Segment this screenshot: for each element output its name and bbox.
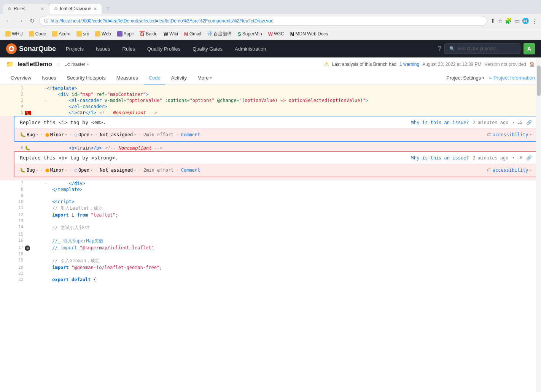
help-icon[interactable]: ? — [438, 45, 441, 52]
nav-quality-profiles[interactable]: Quality Profiles — [145, 45, 183, 53]
profile-icon[interactable]: 🌐 — [522, 18, 529, 24]
vertical-scrollbar[interactable] — [536, 58, 541, 359]
issue-comment-link-1[interactable]: Comment — [181, 132, 200, 137]
issue-comment-link-2[interactable]: Comment — [181, 167, 200, 173]
bookmark-baidu-trans[interactable]: 译 百度翻译 — [206, 30, 233, 38]
nav-projects[interactable]: Projects — [64, 45, 86, 53]
nav-issues[interactable]: Issues — [94, 45, 113, 53]
url-bar[interactable]: ⓘ http://localhost:9000/code?id=leafletD… — [39, 16, 487, 25]
back-button[interactable]: ← — [4, 17, 13, 25]
issue-title-1: Replace this <i> tag by <em>. — [20, 120, 106, 125]
project-name[interactable]: leafletDemo — [18, 61, 52, 68]
bookmark-whu[interactable]: WHU — [4, 30, 24, 37]
line-code-1: <!template> — [47, 85, 541, 91]
issue-accessibility-tag-1[interactable]: accessibility — [493, 132, 528, 137]
tab-leaflet-label: leafletDraw.vue — [60, 6, 91, 11]
menu-icon[interactable]: ⋮ — [531, 18, 537, 24]
bookmark-supermin-label: SuperMIn — [242, 31, 262, 37]
extension-icon[interactable]: 🧩 — [505, 18, 512, 24]
issue-severity-selector-2[interactable]: ● Minor ▾ — [45, 166, 67, 174]
bookmark-code[interactable]: Code — [27, 30, 48, 37]
reload-button[interactable]: ↻ — [28, 16, 36, 25]
new-tab-button[interactable]: + — [102, 2, 113, 14]
sonarqube-logo[interactable]: SonarQube — [6, 43, 56, 54]
line-number-8: 8 — [0, 186, 23, 193]
subnav-issues[interactable]: Issues — [37, 71, 61, 85]
tab-leaflet-close[interactable]: ✕ — [94, 6, 97, 11]
bookmark-acdm[interactable]: Acdm — [51, 30, 72, 37]
tab-rules[interactable]: ⚙ Rules ✕ — [3, 4, 49, 14]
line-dots-15 — [23, 231, 46, 237]
sidebar-icon[interactable]: ▭ — [514, 18, 520, 24]
warning-link[interactable]: 1 warning — [399, 62, 419, 67]
why-issue-link-1[interactable]: Why is this an issue? — [411, 120, 469, 125]
nav-rules[interactable]: Rules — [120, 45, 137, 53]
subnav-activity[interactable]: Activity — [167, 71, 191, 85]
line-number-18: 18 — [0, 251, 23, 257]
bookmark-w3c[interactable]: W W3C — [267, 30, 286, 38]
bookmark-whu-label: WHU — [12, 31, 23, 37]
project-settings-link[interactable]: Project Settings ▾ — [446, 75, 484, 81]
issue-status-selector-1[interactable]: ○ Open ▾ — [75, 132, 93, 137]
bookmark-src[interactable]: src — [75, 30, 91, 37]
why-issue-link-2[interactable]: Why is this an issue? — [411, 155, 469, 161]
project-information-link[interactable]: ≡ Project Information — [489, 75, 535, 81]
line-code-4: </el-cascader> — [47, 104, 541, 110]
line-code-20: import "@geoman-io/leaflet-geoman-free"; — [47, 265, 541, 271]
issue-assignee-selector-1[interactable]: Not assigned ▾ — [100, 132, 136, 137]
forward-button[interactable]: → — [16, 17, 25, 25]
subnav-more[interactable]: More ▾ — [193, 71, 216, 85]
code-viewer[interactable]: 1 … <!template> 2 <div id="map" ref="map… — [0, 85, 541, 359]
search-box[interactable]: 🔍 Search for projects... — [444, 43, 520, 54]
sonarqube-logo-icon — [6, 43, 17, 54]
issue-accessibility-tag-2[interactable]: accessibility — [493, 167, 528, 173]
nav-quality-gates[interactable]: Quality Gates — [190, 45, 225, 53]
bookmark-baidu[interactable]: 百 Baidu — [138, 30, 159, 38]
nav-administration[interactable]: Administration — [232, 45, 268, 53]
issue-severity-selector-1[interactable]: ● Minor ▾ — [45, 131, 67, 138]
home-icon[interactable]: 🏠 — [529, 62, 535, 67]
settings-chevron-icon: ▾ — [482, 76, 484, 80]
bookmark-gmail[interactable]: M Gmail — [183, 30, 203, 38]
table-row: 17 ⊗ // import "@supermap/iclient-leafle… — [0, 245, 541, 251]
project-star-icon[interactable]: ☆ — [56, 61, 61, 67]
browser-toolbar: ← → ↻ ⓘ http://localhost:9000/code?id=le… — [0, 14, 541, 28]
user-avatar[interactable]: A — [523, 43, 535, 54]
separator-1e: · — [176, 132, 178, 137]
warning-text: Last analysis of this Branch had — [332, 62, 396, 67]
scrollbar-thumb[interactable] — [537, 65, 541, 96]
subnav-security-hotspots[interactable]: Security Hotspots — [62, 71, 110, 85]
line-number-5: 5 — [0, 110, 23, 116]
line-code-7: </div> — [47, 180, 541, 186]
issue-link-icon-2[interactable]: 🔗 — [526, 155, 532, 161]
line-code-3: <el-cascader v-model="optionValue" :opti… — [47, 97, 541, 104]
line-code-16: //_ 引入SuperMap失败 — [47, 237, 541, 245]
bookmark-mdn[interactable]: M MDN Web Docs — [289, 30, 330, 38]
share-icon[interactable]: ⬆ — [490, 18, 495, 24]
subnav-measures[interactable]: Measures — [112, 71, 143, 85]
line-dots-19 — [23, 257, 46, 265]
tab-rules-label: Rules — [14, 6, 25, 11]
warning-icon: ⚠ — [324, 61, 329, 68]
star-icon[interactable]: ☆ — [498, 18, 503, 24]
issue-assignee-selector-2[interactable]: Not assigned ▾ — [100, 167, 136, 173]
table-row: 8 </template> — [0, 186, 541, 193]
tab-rules-close[interactable]: ✕ — [41, 6, 44, 11]
tab-leaflet[interactable]: ⚙ leafletDraw.vue ✕ — [49, 4, 102, 14]
bookmark-supermin[interactable]: S SuperMIn — [236, 30, 264, 38]
table-row: 12 import L from "leaflet"; — [0, 212, 541, 218]
more-chevron-icon: ▾ — [210, 76, 212, 80]
line-code-6: <b>train</b> <!-- Noncompliant --> — [47, 145, 541, 151]
issue-link-icon-1[interactable]: 🔗 — [526, 120, 532, 125]
issue-type-selector-2[interactable]: 🐛 Bug ▾ — [20, 167, 38, 173]
bookmark-wiki[interactable]: W Wiki — [162, 30, 180, 38]
bookmark-web[interactable]: Web — [94, 30, 112, 37]
line-dots-8 — [23, 186, 46, 193]
bookmark-appli[interactable]: Appli — [116, 30, 135, 37]
table-row: 9 — [0, 193, 541, 199]
issue-type-selector-1[interactable]: 🐛 Bug ▾ — [20, 132, 38, 137]
subnav-code[interactable]: Code — [144, 71, 165, 85]
issue-title-2: Replace this <b> tag by <strong>. — [20, 155, 118, 161]
subnav-overview[interactable]: Overview — [6, 71, 36, 85]
issue-status-selector-2[interactable]: ○ Open ▾ — [75, 167, 93, 173]
